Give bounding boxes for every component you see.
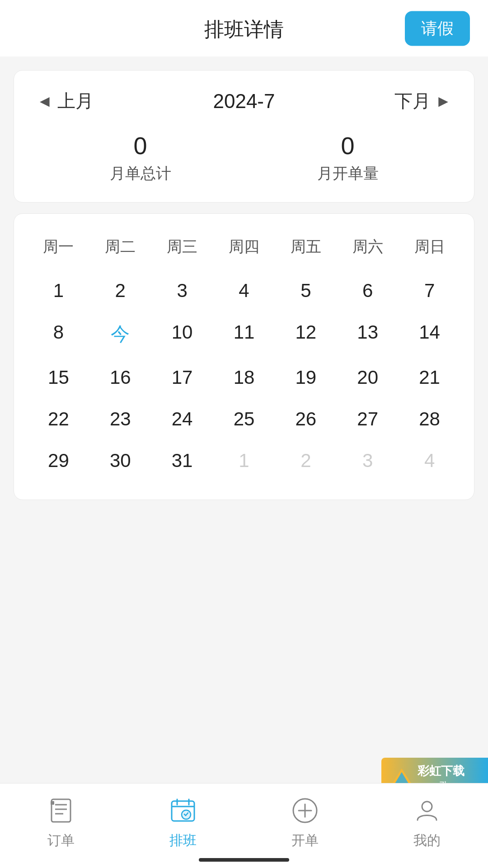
table-row[interactable]: 17: [151, 357, 213, 398]
today-cell[interactable]: 今: [89, 311, 151, 357]
home-indicator: [199, 858, 289, 862]
nav-schedule-label: 排班: [169, 831, 197, 850]
table-row[interactable]: 10: [151, 311, 213, 357]
table-row[interactable]: 8: [28, 311, 89, 357]
monthly-total-label: 月单总计: [110, 163, 171, 184]
table-row[interactable]: 12: [275, 311, 337, 357]
monthly-total-stat: 0 月单总计: [110, 132, 171, 184]
table-row[interactable]: 13: [337, 311, 399, 357]
table-row[interactable]: 31: [151, 440, 213, 481]
monthly-total-count: 0: [133, 132, 147, 160]
table-row[interactable]: 30: [89, 440, 151, 481]
nav-create-label: 开单: [291, 831, 319, 850]
table-row[interactable]: 20: [337, 357, 399, 398]
orders-icon: [45, 794, 77, 827]
my-icon: [411, 794, 443, 827]
svg-point-16: [422, 802, 432, 811]
cards-wrapper: ◄ 上月 2024-7 下月 ► 0 月单总计 0 月开单量 周一 周二: [0, 57, 488, 500]
create-order-icon: [289, 794, 321, 827]
month-card: ◄ 上月 2024-7 下月 ► 0 月单总计 0 月开单量: [14, 70, 474, 203]
month-stats: 0 月单总计 0 月开单量: [37, 132, 451, 184]
schedule-icon: [167, 794, 199, 827]
nav-my-label: 我的: [413, 831, 441, 850]
table-row[interactable]: 28: [399, 398, 460, 440]
calendar-grid: 周一 周二 周三 周四 周五 周六 周日 1 2 3 4 5 6 7 8 今 1…: [28, 232, 460, 481]
table-row[interactable]: 14: [399, 311, 460, 357]
table-row[interactable]: 3: [151, 270, 213, 311]
table-row[interactable]: 16: [89, 357, 151, 398]
table-row[interactable]: 19: [275, 357, 337, 398]
nav-item-my[interactable]: 我的: [391, 794, 463, 850]
table-row[interactable]: 21: [399, 357, 460, 398]
weekday-sun: 周日: [399, 232, 460, 270]
calendar-card: 周一 周二 周三 周四 周五 周六 周日 1 2 3 4 5 6 7 8 今 1…: [14, 213, 474, 500]
header: 排班详情 请假: [0, 0, 488, 57]
table-row[interactable]: 2: [275, 440, 337, 481]
monthly-open-count: 0: [341, 132, 354, 160]
table-row[interactable]: 24: [151, 398, 213, 440]
table-row[interactable]: 22: [28, 398, 89, 440]
table-row[interactable]: 2: [89, 270, 151, 311]
left-arrow-icon: ◄: [37, 92, 53, 111]
nav-item-orders[interactable]: 订单: [25, 794, 97, 850]
next-month-button[interactable]: 下月 ►: [394, 89, 451, 113]
next-month-label: 下月: [394, 89, 431, 113]
prev-month-label: 上月: [57, 89, 94, 113]
weekday-thu: 周四: [213, 232, 275, 270]
prev-month-button[interactable]: ◄ 上月: [37, 89, 94, 113]
bottom-nav: 订单 排班 开单: [0, 783, 488, 868]
table-row[interactable]: 15: [28, 357, 89, 398]
nav-item-schedule[interactable]: 排班: [147, 794, 219, 850]
right-arrow-icon: ►: [435, 92, 451, 111]
weekday-wed: 周三: [151, 232, 213, 270]
table-row[interactable]: 25: [213, 398, 275, 440]
table-row[interactable]: 18: [213, 357, 275, 398]
table-row[interactable]: 4: [213, 270, 275, 311]
table-row[interactable]: 1: [28, 270, 89, 311]
table-row[interactable]: 5: [275, 270, 337, 311]
table-row[interactable]: 7: [399, 270, 460, 311]
leave-button[interactable]: 请假: [405, 11, 470, 46]
month-nav: ◄ 上月 2024-7 下月 ►: [37, 89, 451, 113]
nav-orders-label: 订单: [47, 831, 75, 850]
nav-item-create[interactable]: 开单: [269, 794, 341, 850]
monthly-open-stat: 0 月开单量: [317, 132, 379, 184]
table-row[interactable]: 6: [337, 270, 399, 311]
table-row[interactable]: 1: [213, 440, 275, 481]
svg-rect-2: [52, 799, 70, 822]
table-row[interactable]: 3: [337, 440, 399, 481]
watermark-brand: 彩虹下载: [418, 763, 479, 779]
table-row[interactable]: 11: [213, 311, 275, 357]
table-row[interactable]: 23: [89, 398, 151, 440]
current-month-label: 2024-7: [213, 90, 275, 113]
table-row[interactable]: 26: [275, 398, 337, 440]
weekday-sat: 周六: [337, 232, 399, 270]
weekday-fri: 周五: [275, 232, 337, 270]
weekday-mon: 周一: [28, 232, 89, 270]
page-title: 排班详情: [204, 16, 284, 43]
svg-rect-6: [51, 801, 54, 805]
table-row[interactable]: 29: [28, 440, 89, 481]
table-row[interactable]: 4: [399, 440, 460, 481]
weekday-tue: 周二: [89, 232, 151, 270]
table-row[interactable]: 27: [337, 398, 399, 440]
monthly-open-label: 月开单量: [317, 163, 379, 184]
